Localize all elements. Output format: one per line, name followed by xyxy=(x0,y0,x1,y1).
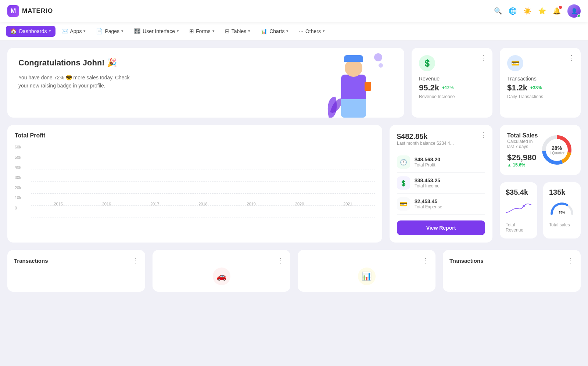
y-label-0: 0 xyxy=(15,206,21,210)
y-label-50k: 50k xyxy=(15,155,21,159)
chart-icon: 📊 xyxy=(358,268,376,285)
y-label-20k: 20k xyxy=(15,186,21,190)
total-sales-mini-card: 135k 78% Total sales xyxy=(543,182,581,238)
welcome-card: Congratulations John! 🎉 You have done 72… xyxy=(7,48,404,118)
char-pants xyxy=(341,99,366,118)
bar-year-2017: 2017 xyxy=(131,202,179,206)
bottom-menu-1[interactable]: ⋮ xyxy=(132,256,139,265)
profit-amount: $48,568.20 xyxy=(415,157,440,162)
revenue-label: Revenue xyxy=(419,76,485,82)
deco-circle-2 xyxy=(379,63,383,68)
stat-row-expense: 💳 $2,453.45 Total Expense xyxy=(397,194,485,215)
transactions-card-menu[interactable]: ⋮ xyxy=(568,54,575,62)
bottom-menu-2[interactable]: ⋮ xyxy=(277,256,284,265)
theme-icon[interactable]: ☀️ xyxy=(523,7,531,15)
total-sales-card: Total Sales Calculated in last 7 days $2… xyxy=(500,125,581,175)
y-label-10k: 10k xyxy=(15,195,21,200)
transactions-change: +38% xyxy=(530,85,542,90)
nav-item-ui[interactable]: 🎛️ User Interface ▾ xyxy=(129,26,183,37)
online-indicator xyxy=(577,14,580,17)
nav-item-apps[interactable]: ✉️ Apps ▾ xyxy=(57,26,90,37)
revenue-card: ⋮ 💲 Revenue 95.2k +12% Revenue Increase xyxy=(412,48,492,118)
y-label-40k: 40k xyxy=(15,165,21,169)
bar-year-2020: 2020 xyxy=(275,202,323,206)
y-label-30k: 30k xyxy=(15,175,21,180)
chevron-down-icon: ▾ xyxy=(286,29,288,33)
nav-label-ui: User Interface xyxy=(143,28,175,34)
forms-icon: ⊞ xyxy=(189,28,194,35)
revenue-card-menu[interactable]: ⋮ xyxy=(480,54,487,62)
bottom-menu-3[interactable]: ⋮ xyxy=(422,256,429,265)
nav-item-others[interactable]: ··· Others ▾ xyxy=(294,26,329,36)
tables-icon: ⊟ xyxy=(225,28,230,35)
nav-item-dashboards[interactable]: 🏠 Dashboards ▾ xyxy=(6,26,55,37)
search-icon[interactable]: 🔍 xyxy=(494,7,502,15)
bar-group-2016: 2016 xyxy=(82,198,130,208)
notification-badge xyxy=(559,6,562,9)
total-sales-mini-value: 135k xyxy=(549,188,575,197)
navigation: 🏠 Dashboards ▾ ✉️ Apps ▾ 📄 Pages ▾ 🎛️ Us… xyxy=(0,22,588,40)
nav-label-charts: Charts xyxy=(269,28,284,34)
income-icon: 💲 xyxy=(397,176,410,190)
total-sales-subtitle: Calculated in last 7 days xyxy=(507,139,540,149)
transactions-sublabel: Daily Transactions xyxy=(507,94,573,99)
bar-group-2015: 2015 xyxy=(34,198,82,208)
bar-group-2017: 2017 xyxy=(131,198,179,208)
logo-icon: M xyxy=(7,5,19,17)
nav-item-tables[interactable]: ⊟ Tables ▾ xyxy=(220,26,255,37)
bottom-card-chart: ⋮ 📊 xyxy=(298,250,435,292)
nav-item-charts[interactable]: 📊 Charts ▾ xyxy=(256,26,293,37)
char-body xyxy=(341,75,366,100)
revenue-icon: 💲 xyxy=(419,55,435,71)
chevron-down-icon: ▾ xyxy=(323,29,325,33)
chevron-down-icon: ▾ xyxy=(121,29,123,33)
income-info: $38,453.25 Total Income xyxy=(415,177,440,189)
bookmark-icon[interactable]: ⭐ xyxy=(538,7,546,15)
revenue-sparkline xyxy=(506,200,531,218)
profit-icon: 🕐 xyxy=(397,155,410,169)
avatar[interactable]: 👤 xyxy=(567,4,581,18)
pages-icon: 📄 xyxy=(96,28,103,35)
donut-info: Total Sales Calculated in last 7 days $2… xyxy=(507,132,540,168)
translate-icon[interactable]: 🌐 xyxy=(509,7,517,15)
bell-icon[interactable]: 🔔 xyxy=(553,7,561,15)
bottom-menu-4[interactable]: ⋮ xyxy=(567,256,574,265)
donut-center: 28% 1 Quarter xyxy=(549,145,564,155)
apps-icon: ✉️ xyxy=(61,28,68,35)
character xyxy=(338,53,371,118)
nav-label-tables: Tables xyxy=(232,28,246,34)
bar-year-2015: 2015 xyxy=(34,202,82,206)
chevron-down-icon: ▾ xyxy=(212,29,215,33)
total-revenue-card: $35.4k Total Revenue xyxy=(500,182,537,238)
view-report-button[interactable]: View Report xyxy=(397,220,485,235)
bar-group-2019: 2019 xyxy=(227,198,275,208)
total-sales-mini-label: Total sales xyxy=(549,222,575,227)
bar-group-2021: 2021 xyxy=(324,198,372,208)
bar-year-2016: 2016 xyxy=(82,202,130,206)
total-revenue-label: Total Revenue xyxy=(506,222,531,233)
donut-percent: 28% xyxy=(549,145,564,151)
header-icons: 🔍 🌐 ☀️ ⭐ 🔔 👤 xyxy=(494,4,581,18)
welcome-figure xyxy=(305,48,393,118)
nav-item-forms[interactable]: ⊞ Forms ▾ xyxy=(185,26,219,37)
transactions-card: ⋮ 💳 Transactions $1.2k +38% Daily Transa… xyxy=(500,48,581,118)
bottom-card-header-2: ⋮ xyxy=(159,256,284,265)
transactions-amount: $1.2k xyxy=(507,83,527,93)
top-row: Congratulations John! 🎉 You have done 72… xyxy=(7,48,581,118)
bottom-card-transactions-2: Transactions ⋮ xyxy=(443,250,581,292)
nav-item-pages[interactable]: 📄 Pages ▾ xyxy=(92,26,128,37)
stats-detail-menu[interactable]: ⋮ xyxy=(480,131,487,139)
welcome-greeting: Congratulations xyxy=(18,58,83,67)
transactions-label: Transactions xyxy=(507,76,573,82)
bar-group-2020: 2020 xyxy=(275,198,323,208)
chart-title: Total Profit xyxy=(15,132,375,139)
svg-point-4 xyxy=(523,205,525,207)
char-cup xyxy=(365,82,371,91)
income-amount: $38,453.25 xyxy=(415,177,440,183)
bottom-card-header-1: Transactions ⋮ xyxy=(14,256,139,265)
others-icon: ··· xyxy=(299,28,304,34)
y-label-60k: 60k xyxy=(15,145,21,149)
nav-label-apps: Apps xyxy=(70,28,82,34)
sales-gauge: 78% xyxy=(549,200,575,218)
nav-label-dashboards: Dashboards xyxy=(19,28,47,34)
